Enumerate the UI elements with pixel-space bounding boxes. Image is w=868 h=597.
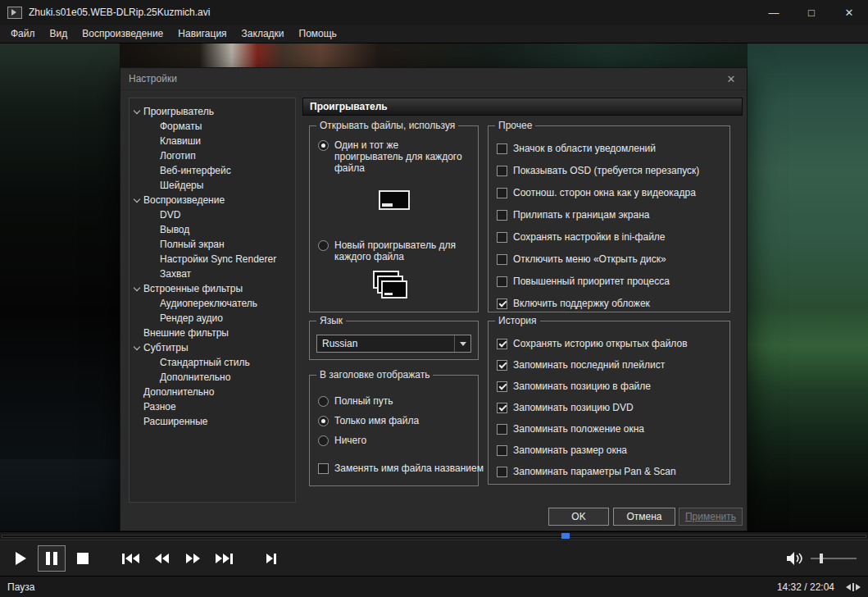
- tree-item-playback[interactable]: Воспроизведение: [130, 193, 295, 207]
- speaker-icon[interactable]: [786, 551, 804, 566]
- radio-icon[interactable]: [318, 240, 329, 251]
- tree-item-advanced[interactable]: Расширенные: [130, 414, 295, 429]
- history-group: История Сохранять историю открытых файло…: [488, 321, 730, 485]
- checkbox-icon[interactable]: [497, 232, 507, 243]
- checkbox-icon[interactable]: [318, 463, 329, 474]
- fast-forward-button[interactable]: [179, 545, 207, 572]
- radio-icon[interactable]: [318, 396, 329, 407]
- combo-dropdown-button[interactable]: [454, 335, 470, 352]
- checkbox-show-osd[interactable]: Показывать OSD (требуется перезапуск): [497, 165, 725, 176]
- radio-nothing[interactable]: Ничего: [318, 435, 366, 446]
- checkbox-disable-open-disc[interactable]: Отключить меню «Открыть диск»: [497, 253, 725, 265]
- app-icon: [7, 7, 22, 19]
- tree-item-logo[interactable]: Логотип: [130, 148, 295, 163]
- checkbox-label: Прилипать к границам экрана: [513, 209, 650, 221]
- minimize-button[interactable]: —: [755, 0, 793, 25]
- checkbox-remember-dvd-position[interactable]: Запоминать позицию DVD: [497, 402, 725, 413]
- frame-step-button[interactable]: [257, 545, 285, 572]
- tree-item-player[interactable]: Проигрыватель: [130, 104, 295, 119]
- video-frame-left: [0, 43, 120, 531]
- tree-item-formats[interactable]: Форматы: [130, 119, 295, 134]
- menu-playback[interactable]: Воспроизведение: [75, 25, 170, 43]
- pause-button[interactable]: [38, 545, 66, 572]
- ok-button[interactable]: OK: [548, 508, 609, 526]
- checkbox-remember-pan-scan[interactable]: Запоминать параметры Pan & Scan: [497, 466, 725, 477]
- checkbox-high-priority[interactable]: Повышенный приоритет процесса: [497, 276, 725, 287]
- checkbox-cover-art[interactable]: Включить поддержку обложек: [497, 298, 725, 309]
- checkbox-remember-window-position[interactable]: Запоминать положение окна: [497, 423, 725, 435]
- tree-item-advanced-sub[interactable]: Дополнительно: [130, 385, 295, 399]
- checkbox-icon[interactable]: [497, 166, 507, 176]
- language-select[interactable]: Russian: [316, 335, 471, 353]
- menu-bookmarks[interactable]: Закладки: [234, 25, 292, 43]
- checkbox-icon[interactable]: [497, 467, 507, 477]
- checkbox-icon[interactable]: [497, 445, 507, 456]
- tree-item-shaders[interactable]: Шейдеры: [130, 178, 295, 193]
- tree-item-keys[interactable]: Клавиши: [130, 134, 295, 148]
- checkbox-keep-history[interactable]: Сохранять историю открытых файлов: [497, 338, 725, 349]
- seek-track[interactable]: [2, 535, 866, 538]
- cancel-button[interactable]: Отмена: [613, 508, 675, 526]
- checkbox-icon[interactable]: [497, 276, 507, 287]
- tree-item-web-interface[interactable]: Веб-интерфейс: [130, 163, 295, 178]
- radio-new-player[interactable]: Новый проигрыватель для каждого файла: [318, 239, 464, 262]
- apply-button[interactable]: Применить: [679, 508, 743, 526]
- seek-thumb[interactable]: [561, 533, 570, 539]
- skip-forward-button[interactable]: [210, 545, 238, 572]
- menu-view[interactable]: Вид: [43, 25, 75, 43]
- tree-item-external-filters[interactable]: Внешние фильтры: [130, 326, 295, 340]
- checkbox-icon[interactable]: [497, 339, 507, 349]
- checkbox-icon[interactable]: [497, 360, 507, 371]
- radio-label: Только имя файла: [334, 415, 419, 426]
- dialog-close-icon[interactable]: ✕: [724, 73, 738, 85]
- rewind-button[interactable]: [148, 545, 175, 572]
- tree-item-internal-filters[interactable]: Встроенные фильтры: [130, 281, 295, 296]
- tree-item-sync-renderer[interactable]: Настройки Sync Renderer: [130, 252, 295, 267]
- tree-item-audio-switcher[interactable]: Аудиопереключатель: [130, 296, 295, 311]
- checkbox-icon[interactable]: [497, 381, 507, 392]
- checkbox-replace-filename-title[interactable]: Заменять имя файла названием: [318, 463, 484, 474]
- checkbox-icon[interactable]: [497, 144, 507, 154]
- tree-item-capture[interactable]: Захват: [130, 267, 295, 281]
- checkbox-remember-playlist[interactable]: Запоминать последний плейлист: [497, 359, 725, 371]
- checkbox-ini-file[interactable]: Сохранять настройки в ini-файле: [497, 231, 725, 243]
- volume-slider[interactable]: [811, 553, 857, 564]
- checkbox-icon[interactable]: [497, 298, 507, 309]
- play-button[interactable]: [7, 545, 34, 572]
- tree-item-default-style[interactable]: Стандартный стиль: [130, 355, 295, 370]
- checkbox-window-aspect[interactable]: Соотнош. сторон окна как у видеокадра: [497, 187, 725, 198]
- checkbox-remember-window-size[interactable]: Запоминать размер окна: [497, 444, 725, 456]
- maximize-button[interactable]: □: [793, 0, 830, 25]
- radio-icon[interactable]: [318, 416, 329, 426]
- skip-back-button[interactable]: [116, 545, 144, 572]
- stop-button[interactable]: [69, 545, 97, 572]
- checkbox-tray-icon[interactable]: Значок в области уведомлений: [497, 143, 725, 154]
- checkbox-icon[interactable]: [497, 424, 507, 435]
- status-bar: Пауза 14:32 / 22:04: [0, 576, 868, 597]
- radio-full-path[interactable]: Полный путь: [318, 395, 393, 407]
- radio-icon[interactable]: [318, 140, 329, 151]
- radio-file-name-only[interactable]: Только имя файла: [318, 415, 419, 426]
- tree-item-label: Проигрыватель: [143, 106, 214, 117]
- checkbox-icon[interactable]: [497, 210, 507, 221]
- menu-file[interactable]: Файл: [3, 25, 43, 43]
- volume-thumb[interactable]: [820, 554, 823, 563]
- menu-help[interactable]: Помощь: [292, 25, 344, 43]
- tree-item-audio-renderer[interactable]: Рендер аудио: [130, 311, 295, 326]
- checkbox-remember-file-position[interactable]: Запоминать позицию в файле: [497, 381, 725, 392]
- dialog-title-bar[interactable]: Настройки ✕: [120, 68, 747, 90]
- checkbox-icon[interactable]: [497, 254, 507, 265]
- checkbox-snap-edges[interactable]: Прилипать к границам экрана: [497, 209, 725, 221]
- tree-item-dvd[interactable]: DVD: [130, 207, 295, 222]
- tree-item-fullscreen[interactable]: Полный экран: [130, 237, 295, 252]
- tree-item-output[interactable]: Вывод: [130, 222, 295, 237]
- radio-same-player[interactable]: Один и тот же проигрыватель для каждого …: [318, 139, 464, 174]
- checkbox-icon[interactable]: [497, 188, 507, 198]
- tree-item-misc[interactable]: Разное: [130, 399, 295, 414]
- close-button[interactable]: ✕: [830, 0, 868, 25]
- menu-navigation[interactable]: Навигация: [170, 25, 234, 43]
- checkbox-icon[interactable]: [497, 403, 507, 413]
- radio-icon[interactable]: [318, 435, 329, 446]
- tree-item-subtitles-misc[interactable]: Дополнительно: [130, 370, 295, 385]
- tree-item-subtitles[interactable]: Субтитры: [130, 340, 295, 355]
